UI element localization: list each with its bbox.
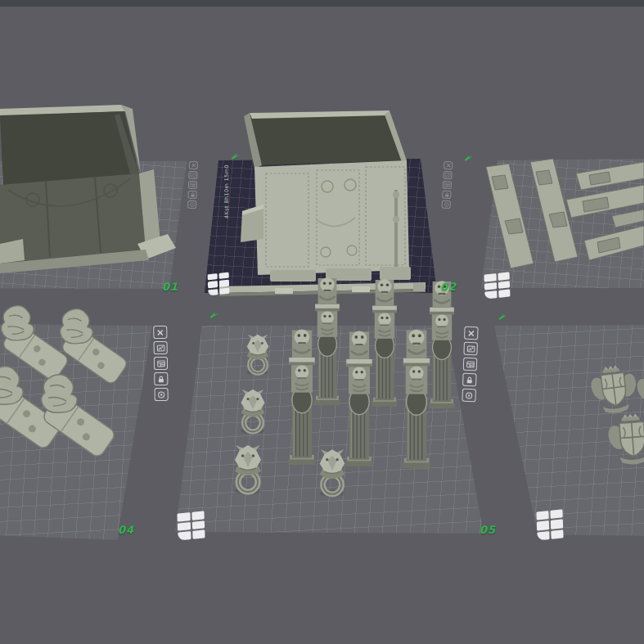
build-plate-06[interactable]: [493, 324, 644, 538]
build-plate-04[interactable]: [0, 323, 155, 542]
plate-settings-button[interactable]: [441, 200, 451, 209]
delete-plate-button[interactable]: [464, 327, 479, 340]
plate-04-toolbar: [153, 326, 169, 401]
arrange-plate-button[interactable]: [463, 358, 478, 372]
arrange-plate-button[interactable]: [188, 181, 197, 189]
lock-plate-button[interactable]: [154, 372, 168, 385]
preview-plate-button[interactable]: [443, 171, 453, 180]
arrange-plate-button[interactable]: [154, 357, 168, 370]
models-layer: [0, 0, 644, 644]
build-plate-03[interactable]: [471, 159, 644, 290]
plate-06-grid-button[interactable]: [536, 509, 563, 540]
plate-05-toolbar: [462, 327, 478, 403]
plate-02-status-icon: [228, 151, 241, 160]
preview-plate-button[interactable]: [463, 342, 478, 356]
slicer-plates-view: 01 02 04 05 4Kst 8h10m 15m06: [0, 0, 644, 644]
build-plate-05[interactable]: [173, 324, 486, 535]
plate-01-number: 01: [162, 281, 178, 293]
plate-04-number: 04: [118, 524, 134, 536]
delete-plate-button[interactable]: [444, 161, 453, 170]
plate-02-number: 02: [440, 281, 457, 293]
plate-06-status-icon: [496, 311, 508, 321]
preview-plate-button[interactable]: [188, 171, 197, 179]
window-top-bar: [0, 0, 644, 7]
arrange-plate-button[interactable]: [443, 181, 453, 190]
preview-plate-button[interactable]: [154, 341, 168, 354]
lock-plate-button[interactable]: [442, 191, 452, 200]
delete-plate-button[interactable]: [189, 161, 198, 169]
lock-plate-button[interactable]: [462, 373, 477, 387]
lock-plate-button[interactable]: [187, 191, 196, 199]
plate-settings-button[interactable]: [187, 200, 196, 209]
plate-settings-button[interactable]: [155, 388, 169, 401]
plate-02-grid-button[interactable]: [208, 272, 230, 296]
plate-05-status-icon: [207, 309, 219, 319]
build-plate-02-selected[interactable]: [203, 159, 442, 295]
build-plate-01[interactable]: [0, 160, 188, 290]
plate-03-status-icon: [462, 152, 474, 162]
delete-plate-button[interactable]: [153, 326, 167, 339]
plate-settings-button[interactable]: [462, 389, 476, 403]
plate-02-toolbar: [441, 161, 453, 209]
plate-03-grid-button[interactable]: [484, 272, 510, 299]
plate-02-vertical-label: 4Kst 8h10m 15m06: [223, 164, 230, 218]
plate-05-grid-button[interactable]: [177, 511, 205, 540]
plate-01-toolbar: [187, 161, 198, 209]
plate-05-number: 05: [480, 524, 496, 536]
